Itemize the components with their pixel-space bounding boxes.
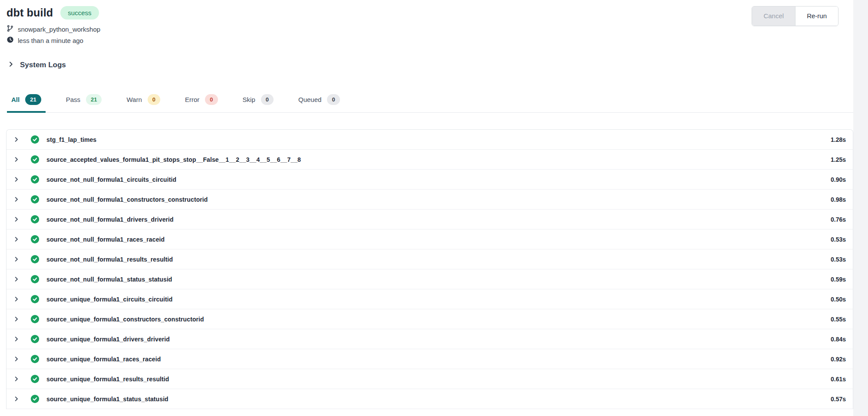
node-name: source_unique_formula1_circuits_circuiti…	[46, 296, 172, 303]
node-name: source_not_null_formula1_results_resulti…	[46, 256, 173, 263]
tab-queued-count: 0	[327, 94, 340, 105]
expand-chevron-icon[interactable]	[12, 276, 20, 282]
table-row[interactable]: source_accepted_values_formula1_pit_stop…	[7, 150, 853, 170]
success-check-icon	[30, 215, 40, 224]
tab-pass[interactable]: Pass 21	[62, 90, 106, 113]
rerun-button[interactable]: Re-run	[795, 7, 838, 26]
success-check-icon	[30, 175, 40, 184]
node-name: source_not_null_formula1_constructors_co…	[46, 196, 208, 203]
tab-pass-label: Pass	[66, 96, 80, 103]
tab-warn[interactable]: Warn 0	[122, 90, 165, 113]
expand-chevron-icon[interactable]	[12, 236, 20, 242]
node-duration: 0.59s	[831, 276, 846, 283]
table-row[interactable]: source_unique_formula1_drivers_driverid …	[7, 329, 853, 349]
chevron-right-icon	[7, 61, 14, 69]
expand-chevron-icon[interactable]	[12, 156, 20, 163]
tab-skip-count: 0	[261, 94, 274, 105]
run-detail-page: dbt build success snowpark_python_worksh…	[0, 0, 853, 416]
node-duration: 0.98s	[831, 196, 846, 203]
node-name: source_not_null_formula1_drivers_driveri…	[46, 216, 174, 223]
expand-chevron-icon[interactable]	[12, 196, 20, 203]
tab-warn-count: 0	[148, 94, 160, 105]
expand-chevron-icon[interactable]	[12, 316, 20, 322]
success-check-icon	[30, 195, 40, 204]
expand-chevron-icon[interactable]	[12, 136, 20, 143]
expand-chevron-icon[interactable]	[12, 396, 20, 402]
system-logs-toggle[interactable]: System Logs	[7, 61, 66, 69]
table-row[interactable]: source_not_null_formula1_constructors_co…	[7, 190, 853, 210]
node-name: source_unique_formula1_constructors_cons…	[46, 316, 204, 323]
node-duration: 0.61s	[831, 376, 846, 383]
table-row[interactable]: source_not_null_formula1_races_raceid 0.…	[7, 229, 853, 249]
node-duration: 1.28s	[831, 136, 846, 143]
status-tabs: All 21 Pass 21 Warn 0 Error 0 Skip 0 Que…	[7, 90, 853, 113]
success-check-icon	[30, 334, 40, 344]
cancel-button[interactable]: Cancel	[752, 7, 795, 26]
node-name: source_unique_formula1_results_resultid	[46, 376, 169, 383]
run-actions: Cancel Re-run	[752, 6, 838, 26]
table-row[interactable]: source_not_null_formula1_status_statusid…	[7, 269, 853, 289]
success-check-icon	[30, 235, 40, 244]
tab-error[interactable]: Error 0	[181, 90, 222, 113]
tab-warn-label: Warn	[126, 96, 142, 103]
header: dbt build success snowpark_python_worksh…	[0, 0, 853, 45]
tab-all[interactable]: All 21	[7, 90, 46, 113]
node-name: source_accepted_values_formula1_pit_stop…	[46, 156, 301, 163]
node-name: source_unique_formula1_races_raceid	[46, 356, 161, 363]
success-check-icon	[30, 135, 40, 144]
tab-error-label: Error	[185, 96, 199, 103]
table-row[interactable]: source_unique_formula1_races_raceid 0.92…	[7, 349, 853, 369]
success-check-icon	[30, 314, 40, 324]
success-check-icon	[30, 275, 40, 284]
status-badge: success	[60, 6, 99, 20]
table-row[interactable]: source_unique_formula1_constructors_cons…	[7, 309, 853, 329]
expand-chevron-icon[interactable]	[12, 216, 20, 223]
tab-all-count: 21	[25, 94, 41, 105]
node-duration: 0.84s	[831, 336, 846, 343]
tab-queued-label: Queued	[298, 96, 321, 103]
table-row[interactable]: source_not_null_formula1_results_resulti…	[7, 249, 853, 269]
success-check-icon	[30, 155, 40, 164]
table-row[interactable]: source_not_null_formula1_circuits_circui…	[7, 170, 853, 190]
node-duration: 0.53s	[831, 256, 846, 263]
table-row[interactable]: source_unique_formula1_results_resultid …	[7, 369, 853, 389]
tab-skip[interactable]: Skip 0	[238, 90, 278, 113]
success-check-icon	[30, 295, 40, 304]
node-name: source_unique_formula1_status_statusid	[46, 396, 168, 403]
tab-skip-label: Skip	[243, 96, 255, 103]
branch-row: snowpark_python_workshop	[7, 24, 853, 34]
clock-icon	[7, 36, 14, 45]
expand-chevron-icon[interactable]	[12, 176, 20, 183]
success-check-icon	[30, 394, 40, 403]
expand-chevron-icon[interactable]	[12, 256, 20, 262]
node-duration: 0.55s	[831, 316, 846, 323]
time-ago: less than a minute ago	[18, 37, 83, 44]
node-duration: 0.90s	[831, 176, 846, 183]
tab-pass-count: 21	[86, 94, 102, 105]
node-duration: 0.50s	[831, 296, 846, 303]
node-duration: 0.57s	[831, 396, 846, 403]
node-duration: 1.25s	[831, 156, 846, 163]
page-gutter	[853, 0, 868, 416]
table-row[interactable]: source_unique_formula1_circuits_circuiti…	[7, 289, 853, 309]
expand-chevron-icon[interactable]	[12, 356, 20, 362]
success-check-icon	[30, 374, 40, 383]
results-list: stg_f1_lap_times 1.28s source_accepted_v…	[6, 129, 853, 409]
node-name: source_not_null_formula1_circuits_circui…	[46, 176, 176, 183]
tab-queued[interactable]: Queued 0	[294, 90, 344, 113]
table-row[interactable]: source_unique_formula1_status_statusid 0…	[7, 389, 853, 409]
node-duration: 0.76s	[831, 216, 846, 223]
table-row[interactable]: stg_f1_lap_times 1.28s	[7, 130, 853, 150]
table-row[interactable]: source_not_null_formula1_drivers_driveri…	[7, 210, 853, 229]
expand-chevron-icon[interactable]	[12, 296, 20, 302]
expand-chevron-icon[interactable]	[12, 376, 20, 382]
node-name: stg_f1_lap_times	[46, 136, 96, 143]
node-name: source_not_null_formula1_status_statusid	[46, 276, 172, 283]
node-name: source_not_null_formula1_races_raceid	[46, 236, 165, 243]
system-logs-label: System Logs	[20, 61, 66, 69]
git-branch-icon	[7, 24, 14, 34]
tab-all-label: All	[11, 96, 20, 103]
expand-chevron-icon[interactable]	[12, 336, 20, 342]
tab-error-count: 0	[205, 94, 218, 105]
success-check-icon	[30, 255, 40, 264]
